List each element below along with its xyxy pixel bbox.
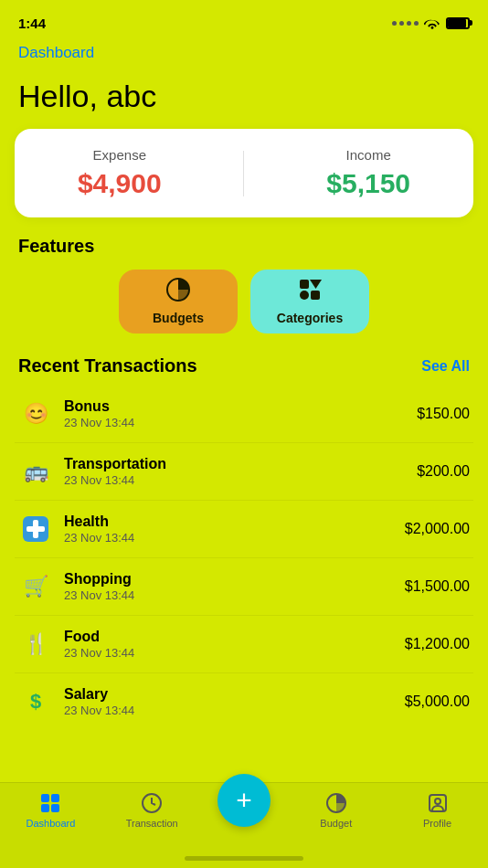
expense-label: Expense [78,147,162,163]
budget-label: Budget [320,818,352,829]
list-item[interactable]: 😊 Bonus 23 Nov 13:44 $150.00 [15,386,473,443]
budget-icon [325,792,347,814]
list-item[interactable]: 🛒 Shopping 23 Nov 13:44 $1,500.00 [15,558,473,616]
fab-wrap: + [203,774,286,827]
svg-marker-2 [310,280,322,289]
svg-rect-3 [300,291,309,300]
nav-title: Dashboard [0,40,488,71]
transaction-amount: $2,000.00 [405,521,470,537]
shopping-icon: 🛒 [18,569,53,604]
expense-value: $4,900 [78,168,162,199]
page-greeting: Hello, abc [0,71,488,129]
add-button[interactable]: + [217,774,271,827]
username-text: abc [98,79,156,113]
transaction-amount: $1,500.00 [405,578,470,595]
transaction-amount: $150.00 [417,406,470,422]
svg-rect-10 [41,804,49,812]
svg-rect-7 [27,526,45,532]
food-icon: 🍴 [18,627,53,662]
status-time: 1:44 [18,16,46,31]
budgets-button[interactable]: Budgets [119,270,238,333]
transaction-amount: $1,200.00 [405,636,470,652]
dashboard-icon [39,792,61,814]
svg-rect-9 [51,794,59,802]
transactions-header: Recent Transactions See All [0,352,488,386]
transaction-name: Shopping [64,571,405,587]
income-label: Income [326,147,410,163]
list-item[interactable]: Health 23 Nov 13:44 $2,000.00 [15,501,473,558]
budgets-label: Budgets [153,311,204,325]
summary-card: Expense $4,900 Income $5,150 [15,129,473,217]
profile-icon [427,792,449,814]
signal-icon [392,21,419,26]
transportation-icon: 🚌 [18,454,53,489]
summary-divider [243,151,244,196]
transaction-name: Health [64,513,405,530]
nav-item-dashboard[interactable]: Dashboard [0,792,101,829]
list-item[interactable]: 🍴 Food 23 Nov 13:44 $1,200.00 [15,616,473,673]
svg-point-15 [435,799,440,804]
transaction-name: Bonus [64,398,417,415]
list-item[interactable]: $ Salary 23 Nov 13:44 $5,000.00 [15,673,473,730]
battery-icon [446,17,470,29]
status-bar: 1:44 [0,0,488,40]
bonus-icon: 😊 [18,397,53,431]
list-item[interactable]: 🚌 Transportation 23 Nov 13:44 $200.00 [15,443,473,501]
categories-button[interactable]: Categories [250,270,369,333]
bottom-nav: Dashboard Transaction + Budget Profile [0,782,488,868]
svg-rect-1 [300,280,309,289]
transaction-amount: $5,000.00 [405,693,470,710]
transaction-icon [141,792,163,814]
transaction-date: 23 Nov 13:44 [64,646,405,660]
svg-rect-8 [41,794,49,802]
nav-item-transaction[interactable]: Transaction [101,792,203,829]
categories-icon [298,278,322,307]
dashboard-label: Dashboard [26,818,75,829]
svg-rect-11 [51,804,59,812]
features-row: Budgets Categories [0,270,488,352]
transaction-list: 😊 Bonus 23 Nov 13:44 $150.00 🚌 Transport… [0,386,488,730]
transaction-name: Food [64,629,405,645]
transaction-name: Salary [64,686,405,703]
transaction-name: Transportation [64,456,417,472]
svg-rect-4 [311,291,320,300]
nav-item-budget[interactable]: Budget [285,792,387,829]
income-summary: Income $5,150 [326,147,410,199]
greeting-text: Hello, [18,79,98,113]
expense-summary: Expense $4,900 [78,147,162,199]
salary-icon: $ [18,684,53,719]
transactions-title: Recent Transactions [18,355,197,376]
transaction-date: 23 Nov 13:44 [64,416,417,429]
profile-label: Profile [423,818,451,829]
health-icon [18,512,53,546]
wifi-icon [424,16,440,29]
categories-label: Categories [277,311,343,325]
features-title: Features [0,236,488,270]
transaction-date: 23 Nov 13:44 [64,704,405,717]
nav-item-profile[interactable]: Profile [387,792,488,829]
transaction-date: 23 Nov 13:44 [64,588,405,602]
transaction-label: Transaction [126,818,178,829]
budgets-icon [166,278,190,307]
see-all-button[interactable]: See All [421,358,470,375]
transaction-amount: $200.00 [417,463,470,480]
status-icons [392,16,470,29]
income-value: $5,150 [326,168,410,199]
transaction-date: 23 Nov 13:44 [64,531,405,545]
transaction-date: 23 Nov 13:44 [64,473,417,487]
home-indicator [185,856,303,861]
